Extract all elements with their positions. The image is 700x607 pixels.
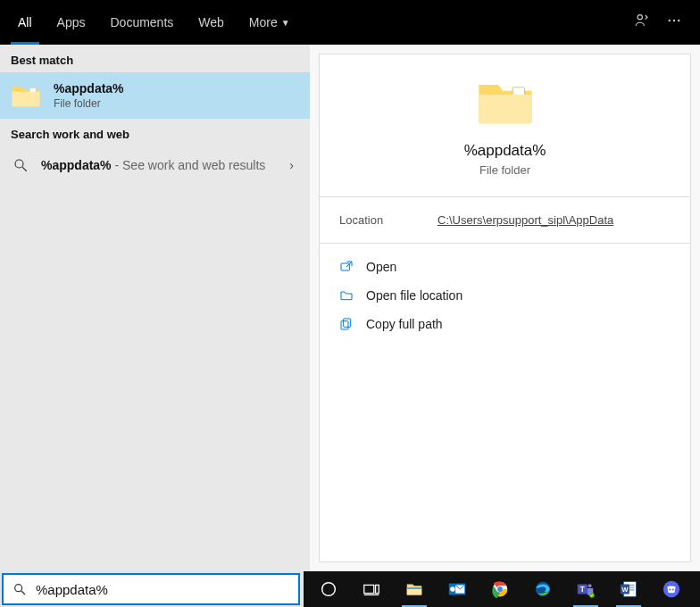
svg-point-27 bbox=[588, 584, 592, 587]
action-open-location-label: Open file location bbox=[366, 288, 462, 303]
folder-open-icon bbox=[339, 288, 354, 303]
svg-point-3 bbox=[678, 20, 679, 21]
tab-all[interactable]: All bbox=[5, 0, 45, 45]
open-icon bbox=[339, 260, 354, 274]
search-box[interactable] bbox=[2, 573, 300, 605]
feedback-icon[interactable] bbox=[634, 12, 650, 32]
chevron-down-icon: ▼ bbox=[281, 18, 290, 28]
folder-icon bbox=[476, 78, 535, 126]
taskbar-teams[interactable]: T bbox=[568, 571, 604, 607]
location-value[interactable]: C:\Users\erpsupport_sipl\AppData bbox=[438, 213, 613, 227]
svg-rect-9 bbox=[344, 319, 351, 327]
preview-card: %appdata% File folder Location C:\Users\… bbox=[319, 54, 691, 562]
preview-panel: %appdata% File folder Location C:\Users\… bbox=[310, 45, 700, 571]
taskbar-chrome[interactable] bbox=[482, 571, 518, 607]
taskbar-taskview[interactable] bbox=[354, 571, 389, 607]
location-row: Location C:\Users\erpsupport_sipl\AppDat… bbox=[320, 197, 690, 243]
svg-point-21 bbox=[450, 586, 455, 592]
taskbar-outlook[interactable] bbox=[439, 571, 475, 607]
work-web-label: Search work and web bbox=[0, 119, 310, 146]
action-open[interactable]: Open bbox=[336, 253, 674, 281]
svg-rect-8 bbox=[341, 263, 349, 270]
svg-rect-14 bbox=[364, 585, 374, 593]
best-match-label: Best match bbox=[0, 45, 310, 72]
action-open-location[interactable]: Open file location bbox=[336, 281, 674, 310]
more-options-icon[interactable] bbox=[666, 12, 682, 32]
tab-more-label: More bbox=[249, 15, 278, 29]
taskbar-edge[interactable] bbox=[525, 571, 561, 607]
action-open-label: Open bbox=[366, 260, 396, 274]
preview-type: File folder bbox=[479, 163, 530, 177]
svg-rect-15 bbox=[376, 585, 379, 593]
taskbar-discord[interactable] bbox=[654, 571, 689, 607]
svg-point-1 bbox=[669, 20, 671, 21]
topbar-actions bbox=[634, 12, 695, 32]
svg-point-23 bbox=[497, 586, 503, 592]
best-match-result[interactable]: %appdata% File folder bbox=[0, 72, 310, 119]
result-subtitle: File folder bbox=[54, 97, 124, 110]
svg-rect-18 bbox=[407, 587, 422, 589]
svg-point-2 bbox=[673, 20, 675, 21]
folder-icon bbox=[11, 83, 41, 108]
svg-text:W: W bbox=[621, 586, 628, 594]
tab-strip: All Apps Documents Web More ▼ bbox=[5, 0, 303, 45]
svg-point-5 bbox=[15, 160, 23, 168]
taskbar-explorer[interactable] bbox=[396, 571, 432, 607]
web-result-term: %appdata% bbox=[41, 158, 112, 172]
preview-actions: Open Open file location Copy full path bbox=[320, 244, 690, 347]
svg-point-11 bbox=[15, 585, 22, 592]
taskbar-word[interactable]: W bbox=[611, 571, 646, 607]
taskbar-cortana[interactable] bbox=[311, 571, 346, 607]
preview-title: %appdata% bbox=[464, 142, 546, 160]
svg-point-37 bbox=[672, 588, 674, 590]
copy-icon bbox=[339, 317, 354, 331]
results-panel: Best match %appdata% File folder Search … bbox=[0, 45, 310, 571]
result-title: %appdata% bbox=[54, 81, 124, 96]
svg-point-36 bbox=[669, 588, 671, 590]
location-label: Location bbox=[339, 213, 438, 227]
tab-apps[interactable]: Apps bbox=[45, 0, 98, 45]
search-icon bbox=[12, 157, 29, 173]
svg-line-6 bbox=[22, 167, 27, 171]
chevron-right-icon: › bbox=[289, 158, 294, 172]
svg-rect-10 bbox=[341, 321, 348, 329]
search-main: Best match %appdata% File folder Search … bbox=[0, 45, 700, 571]
action-copy-path[interactable]: Copy full path bbox=[336, 310, 674, 338]
tab-documents[interactable]: Documents bbox=[97, 0, 186, 45]
svg-line-12 bbox=[21, 591, 25, 595]
web-result[interactable]: %appdata% - See work and web results › bbox=[0, 146, 310, 184]
search-icon bbox=[12, 582, 27, 596]
taskbar: T W bbox=[304, 571, 700, 607]
search-input[interactable] bbox=[36, 582, 289, 597]
svg-point-13 bbox=[322, 583, 336, 596]
action-copy-path-label: Copy full path bbox=[366, 317, 443, 331]
tab-web[interactable]: Web bbox=[186, 0, 237, 45]
search-top-tabs: All Apps Documents Web More ▼ bbox=[0, 0, 700, 45]
web-result-suffix: - See work and web results bbox=[112, 158, 266, 172]
svg-point-0 bbox=[638, 15, 642, 20]
tab-more[interactable]: More ▼ bbox=[237, 0, 303, 45]
svg-text:T: T bbox=[580, 586, 585, 594]
